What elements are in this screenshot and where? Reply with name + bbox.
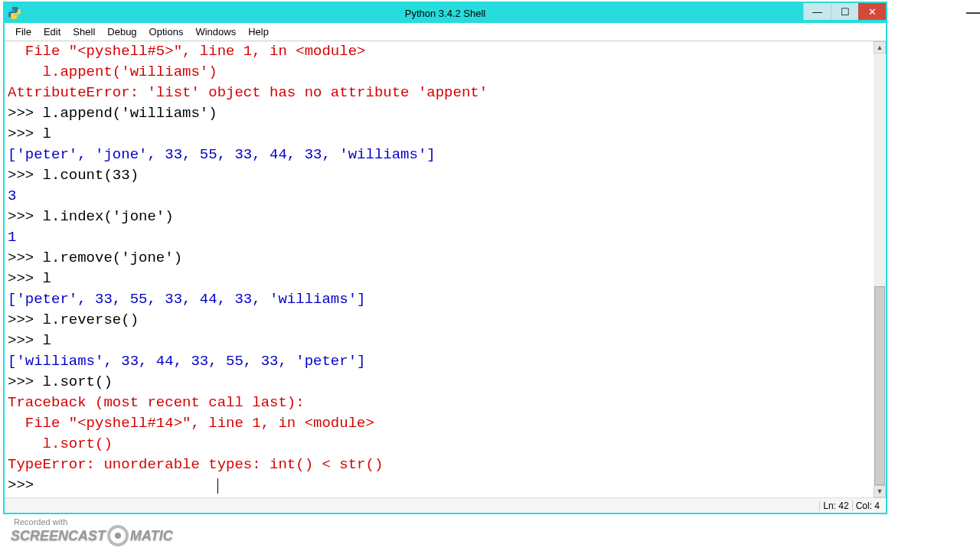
scroll-up-button[interactable]: ▲ bbox=[874, 41, 886, 54]
watermark-logo-icon bbox=[107, 525, 129, 546]
window-controls: — ☐ ✕ bbox=[803, 3, 886, 20]
input-code: l.index('jone') bbox=[43, 208, 174, 225]
prompt: >>> bbox=[8, 270, 43, 287]
output-line: 1 bbox=[8, 229, 16, 246]
prompt: >>> bbox=[8, 332, 43, 349]
shell-text-area[interactable]: File "<pyshell#5>", line 1, in <module> … bbox=[5, 41, 874, 497]
text-cursor bbox=[217, 478, 218, 494]
status-line: Ln: 42 bbox=[819, 500, 851, 511]
watermark-label: Recorded with bbox=[14, 517, 67, 527]
input-code: l.remove('jone') bbox=[43, 249, 182, 266]
titlebar[interactable]: Python 3.4.2 Shell — ☐ ✕ bbox=[5, 3, 886, 23]
window-title: Python 3.4.2 Shell bbox=[405, 8, 486, 19]
status-bar: Ln: 42 Col: 4 bbox=[5, 497, 886, 513]
traceback-line: l.sort() bbox=[8, 435, 113, 452]
prompt: >>> bbox=[8, 208, 43, 225]
minimize-button[interactable]: — bbox=[803, 3, 831, 20]
traceback-line: Traceback (most recent call last): bbox=[8, 394, 305, 411]
traceback-line: l.appent('williams') bbox=[8, 64, 217, 80]
menu-windows[interactable]: Windows bbox=[189, 24, 242, 39]
input-code: l.count(33) bbox=[43, 167, 139, 184]
output-line: ['williams', 33, 44, 33, 55, 33, 'peter'… bbox=[8, 353, 365, 370]
prompt: >>> bbox=[8, 477, 43, 494]
python-app-icon bbox=[8, 6, 21, 20]
input-code: l.append('williams') bbox=[43, 105, 217, 122]
output-line: 3 bbox=[8, 187, 16, 204]
watermark-text-right: MATIC bbox=[130, 528, 173, 544]
input-code: l bbox=[43, 270, 51, 287]
traceback-line: File "<pyshell#5>", line 1, in <module> bbox=[8, 43, 365, 60]
input-code: l bbox=[43, 332, 51, 349]
close-button[interactable]: ✕ bbox=[858, 3, 886, 20]
prompt: >>> bbox=[8, 167, 43, 184]
idle-shell-window: Python 3.4.2 Shell — ☐ ✕ File Edit Shell… bbox=[3, 2, 887, 514]
menu-debug[interactable]: Debug bbox=[101, 24, 142, 39]
menu-shell[interactable]: Shell bbox=[67, 24, 101, 39]
input-code: l.sort() bbox=[43, 373, 113, 390]
menu-file[interactable]: File bbox=[9, 24, 38, 39]
prompt: >>> bbox=[8, 249, 43, 266]
error-line: TypeError: unorderable types: int() < st… bbox=[8, 456, 383, 473]
input-code: l.reverse() bbox=[43, 311, 139, 328]
maximize-button[interactable]: ☐ bbox=[831, 3, 858, 20]
prompt: >>> bbox=[8, 126, 43, 142]
menubar: File Edit Shell Debug Options Windows He… bbox=[5, 23, 886, 41]
input-code: l bbox=[43, 126, 51, 142]
watermark-text-left: SCREENCAST bbox=[11, 528, 106, 544]
shell-content-wrap: File "<pyshell#5>", line 1, in <module> … bbox=[5, 41, 886, 497]
screencast-watermark: Recorded with SCREENCAST MATIC bbox=[11, 517, 173, 546]
menu-help[interactable]: Help bbox=[242, 24, 275, 39]
prompt: >>> bbox=[8, 105, 43, 122]
error-line: AttributeError: 'list' object has no att… bbox=[8, 84, 488, 101]
traceback-line: File "<pyshell#14>", line 1, in <module> bbox=[8, 415, 374, 432]
menu-options[interactable]: Options bbox=[143, 24, 190, 39]
background-fragment: — bbox=[966, 5, 980, 21]
prompt: >>> bbox=[8, 373, 43, 390]
menu-edit[interactable]: Edit bbox=[38, 24, 67, 39]
vertical-scrollbar[interactable]: ▲ ▼ bbox=[874, 41, 886, 497]
scroll-thumb[interactable] bbox=[874, 286, 885, 485]
prompt: >>> bbox=[8, 311, 43, 328]
status-col: Col: 4 bbox=[852, 500, 883, 511]
output-line: ['peter', 'jone', 33, 55, 33, 44, 33, 'w… bbox=[8, 146, 436, 163]
output-line: ['peter', 33, 55, 33, 44, 33, 'williams'… bbox=[8, 291, 365, 308]
scroll-down-button[interactable]: ▼ bbox=[874, 485, 886, 497]
